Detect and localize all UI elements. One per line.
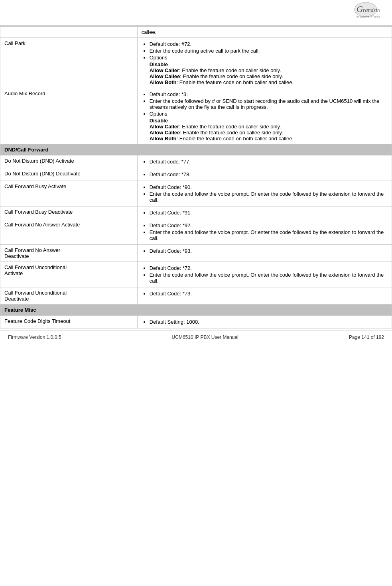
svg-text:randstream: randstream [363,7,380,13]
call-park-label: Call Park [0,38,138,88]
cf-busy-activate-row: Call Forward Busy Activate Default Code:… [0,181,392,206]
callee-left-cell [0,27,138,38]
audio-mix-record-content: Default code: *3. Enter the code followe… [137,88,392,144]
cf-noanswer-deactivate-row: Call Forward No AnswerDeactivate Default… [0,245,392,262]
callee-right-cell: callee. [137,27,392,38]
feature-timeout-bullet: Default Setting: 1000. [150,319,388,325]
dnd-activate-bullet: Default code: *77. [150,159,388,165]
cf-busy-deactivate-bullet: Default Code: *91. [150,210,388,216]
cf-unconditional-deactivate-row: Call Forward UnconditionalDeactivate Def… [0,287,392,305]
call-park-bullet-2: Enter the code during active call to par… [150,48,388,54]
main-table: callee. Call Park Default code: #72. Ent… [0,26,392,328]
audio-mix-bullet-1: Default code: *3. [150,91,388,97]
cf-busy-activate-bullet-2: Enter the code and follow the voice prom… [150,191,388,203]
feature-misc-header-row: Feature Misc [0,305,392,316]
cf-noanswer-activate-label: Call Forward No Answer Activate [0,219,138,245]
logo-icon: G randstream Innovative IP Voice & Video [332,2,380,23]
cf-noanswer-activate-content: Default Code: *92. Enter the code and fo… [137,219,392,245]
cf-busy-deactivate-label: Call Forward Busy Deactivate [0,206,138,219]
dnd-activate-label: Do Not Disturb (DND) Activate [0,155,138,168]
dnd-deactivate-label: Do Not Disturb (DND) Deactivate [0,168,138,181]
dnd-deactivate-bullet: Default code: *78. [150,171,388,177]
cf-noanswer-deactivate-bullet: Default Code: *93. [150,248,388,254]
cf-unconditional-activate-label: Call Forward UnconditionalActivate [0,262,138,287]
call-park-bullet-3: Options [150,55,388,61]
audio-mix-options: Disable Allow Caller: Enable the feature… [150,118,388,142]
cf-unconditional-activate-row: Call Forward UnconditionalActivate Defau… [0,262,392,287]
dnd-deactivate-row: Do Not Disturb (DND) Deactivate Default … [0,168,392,181]
cf-busy-activate-label: Call Forward Busy Activate [0,181,138,206]
audio-mix-record-label: Audio Mix Record [0,88,138,144]
cf-unconditional-deactivate-content: Default Code: *73. [137,287,392,305]
call-park-content: Default code: #72. Enter the code during… [137,38,392,88]
dnd-activate-content: Default code: *77. [137,155,392,168]
cf-busy-deactivate-content: Default Code: *91. [137,206,392,219]
feature-timeout-row: Feature Code Digits Timeout Default Sett… [0,316,392,328]
header: G randstream Innovative IP Voice & Video [0,0,392,26]
footer-page: Page 141 of 192 [349,334,384,340]
footer-firmware: Firmware Version 1.0.0.5 [8,334,61,340]
cf-unconditional-activate-content: Default Code: *72. Enter the code and fo… [137,262,392,287]
dnd-section-header-row: DND/Call Forward [0,144,392,155]
callee-continuation-row: callee. [0,27,392,38]
call-park-row: Call Park Default code: #72. Enter the c… [0,38,392,88]
call-park-options: Disable Allow Caller: Enable the feature… [150,61,388,85]
footer: Firmware Version 1.0.0.5 UCM6510 IP PBX … [0,330,392,344]
cf-noanswer-deactivate-label: Call Forward No AnswerDeactivate [0,245,138,262]
feature-timeout-content: Default Setting: 1000. [137,316,392,328]
dnd-activate-row: Do Not Disturb (DND) Activate Default co… [0,155,392,168]
logo: G randstream Innovative IP Voice & Video [330,2,382,23]
feature-timeout-label: Feature Code Digits Timeout [0,316,138,328]
cf-unconditional-activate-bullet-2: Enter the code and follow the voice prom… [150,272,388,284]
cf-busy-deactivate-row: Call Forward Busy Deactivate Default Cod… [0,206,392,219]
feature-misc-header: Feature Misc [0,305,392,316]
cf-noanswer-activate-row: Call Forward No Answer Activate Default … [0,219,392,245]
cf-noanswer-deactivate-content: Default Code: *93. [137,245,392,262]
cf-busy-activate-content: Default Code: *90. Enter the code and fo… [137,181,392,206]
cf-unconditional-activate-bullet-1: Default Code: *72. [150,265,388,271]
audio-mix-bullet-2: Enter the code followed by # or SEND to … [150,98,388,110]
audio-mix-bullet-3: Options [150,111,388,117]
call-park-bullet-1: Default code: #72. [150,41,388,47]
cf-busy-activate-bullet-1: Default Code: *90. [150,184,388,190]
audio-mix-record-row: Audio Mix Record Default code: *3. Enter… [0,88,392,144]
dnd-deactivate-content: Default code: *78. [137,168,392,181]
cf-unconditional-deactivate-bullet: Default Code: *73. [150,291,388,297]
cf-noanswer-activate-bullet-1: Default Code: *92. [150,222,388,228]
svg-text:Innovative IP Voice & Video: Innovative IP Voice & Video [357,15,380,18]
cf-noanswer-activate-bullet-2: Enter the code and follow the voice prom… [150,229,388,241]
cf-unconditional-deactivate-label: Call Forward UnconditionalDeactivate [0,287,138,305]
dnd-section-header: DND/Call Forward [0,144,392,155]
svg-text:G: G [357,4,363,14]
footer-manual: UCM6510 IP PBX User Manual [172,334,238,340]
callee-text: callee. [142,29,157,35]
